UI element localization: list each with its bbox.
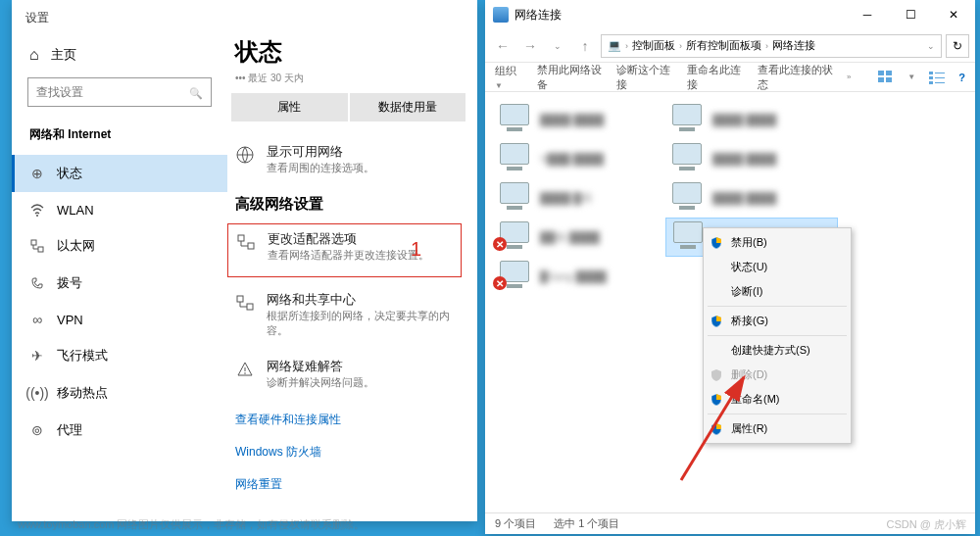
selection-count: 选中 1 个项目 — [554, 516, 619, 531]
separator — [708, 414, 847, 414]
ctx-diagnose[interactable]: 诊断(I) — [704, 279, 851, 304]
nav-status[interactable]: ⊕ 状态 — [12, 155, 227, 192]
svg-rect-15 — [935, 73, 945, 73]
item-count: 9 个项目 — [495, 516, 536, 531]
nav-vpn[interactable]: ∞ VPN — [12, 302, 227, 337]
maximize-button[interactable]: ☐ — [889, 0, 932, 29]
tool-status[interactable]: 查看此连接的状态 — [758, 63, 833, 92]
search-box[interactable] — [27, 77, 212, 107]
watermark-right: CSDN @ 虎小辉 — [887, 517, 966, 532]
adapter-item[interactable]: ████ ████ — [665, 139, 838, 178]
sharing-center-option[interactable]: 网络和共享中心 根据所连接到的网络，决定要共享的内容。 — [227, 285, 469, 352]
ctx-disable[interactable]: 禁用(B) — [704, 230, 851, 255]
breadcrumb[interactable]: 💻 › 控制面板 › 所有控制面板项 › 网络连接 ⌄ — [601, 34, 942, 58]
nav-ethernet[interactable]: 以太网 — [12, 227, 227, 265]
nav-proxy[interactable]: ⊚ 代理 — [12, 412, 227, 449]
svg-rect-12 — [878, 77, 884, 82]
toolbar: 组织 ▼ 禁用此网络设备 诊断这个连接 重命名此连接 查看此连接的状态 » ▼ … — [485, 63, 975, 92]
annotation-box-1: 更改适配器选项 查看网络适配器并更改连接设置。 1 — [227, 223, 462, 277]
svg-rect-6 — [237, 296, 243, 302]
titlebar: 网络连接 ─ ☐ ✕ — [485, 0, 975, 29]
show-networks-option[interactable]: 显示可用网络 查看周围的连接选项。 — [227, 137, 469, 189]
adapter-item[interactable]: V███ ████ — [493, 139, 665, 178]
watermark-left: www.toymoban.com 网络图片仅供展示，非存储，如有侵权请联系删除。 — [18, 517, 365, 532]
tool-organize[interactable]: 组织 ▼ — [495, 64, 523, 90]
shield-icon — [710, 315, 723, 328]
svg-rect-11 — [886, 71, 892, 75]
close-button[interactable]: ✕ — [932, 0, 975, 29]
svg-point-9 — [244, 372, 246, 374]
proxy-icon: ⊚ — [29, 422, 45, 438]
svg-rect-18 — [929, 81, 933, 84]
minimize-button[interactable]: ─ — [846, 0, 889, 29]
vpn-icon: ∞ — [29, 312, 45, 327]
nav-dialup[interactable]: 拨号 — [12, 265, 227, 302]
svg-rect-7 — [247, 304, 253, 310]
link-reset[interactable]: 网络重置 — [227, 468, 469, 501]
tool-rename[interactable]: 重命名此连接 — [687, 63, 744, 92]
troubleshoot-icon — [235, 358, 255, 377]
adapter-item[interactable]: ████ ████ — [665, 178, 838, 218]
shield-icon — [710, 393, 723, 407]
window-title: 网络连接 — [514, 7, 846, 24]
home-icon — [29, 46, 39, 64]
tool-disable[interactable]: 禁用此网络设备 — [537, 63, 603, 92]
adapter-item[interactable]: ████ █用 — [493, 178, 665, 218]
chevron-down-icon[interactable]: ⌄ — [927, 41, 935, 51]
shield-icon — [710, 422, 723, 436]
svg-rect-19 — [935, 82, 945, 83]
forward-button[interactable]: → — [518, 34, 542, 58]
status-icon: ⊕ — [29, 166, 45, 181]
ctx-status[interactable]: 状态(U) — [704, 255, 851, 279]
adapter-options[interactable]: 更改适配器选项 查看网络适配器并更改连接设置。 1 — [228, 224, 461, 276]
airplane-icon: ✈ — [29, 348, 45, 364]
globe-icon — [235, 143, 255, 163]
svg-rect-2 — [38, 247, 43, 252]
ethernet-icon — [29, 238, 45, 254]
address-bar: ← → ⌄ ↑ 💻 › 控制面板 › 所有控制面板项 › 网络连接 ⌄ ↻ — [485, 29, 975, 63]
settings-sidebar: 主页 网络和 Internet ⊕ 状态 WLAN 以太网 — [12, 36, 227, 524]
dialup-icon — [29, 275, 45, 291]
properties-button[interactable]: 属性 — [231, 93, 348, 122]
tool-diagnose[interactable]: 诊断这个连接 — [616, 63, 673, 92]
ctx-bridge[interactable]: 桥接(G) — [704, 309, 851, 333]
meta-line: ••• 最近 30 天内 — [227, 72, 469, 85]
link-hardware[interactable]: 查看硬件和连接属性 — [227, 404, 469, 436]
adapter-item[interactable]: ████ ████ — [665, 100, 838, 139]
home-nav[interactable]: 主页 — [12, 40, 227, 77]
ctx-delete: 删除(D) — [704, 363, 851, 387]
adapter-item[interactable]: ✕█Sang ████ — [493, 257, 665, 296]
nav-hotspot[interactable]: ((•)) 移动热点 — [12, 374, 227, 412]
troubleshoot-option[interactable]: 网络疑难解答 诊断并解决网络问题。 — [227, 352, 469, 404]
sharing-icon — [235, 291, 255, 311]
settings-window-title: 设置 — [12, 0, 477, 36]
adapter-item[interactable]: ████ ████ — [493, 100, 665, 139]
svg-rect-13 — [886, 77, 892, 82]
ctx-rename[interactable]: 重命名(M) — [704, 387, 851, 412]
recent-button[interactable]: ⌄ — [546, 34, 569, 58]
nav-airplane[interactable]: ✈ 飞行模式 — [12, 337, 227, 374]
advanced-heading: 高级网络设置 — [227, 189, 469, 223]
data-usage-button[interactable]: 数据使用量 — [350, 93, 466, 122]
search-input[interactable] — [36, 85, 189, 99]
separator — [708, 335, 847, 336]
svg-rect-1 — [31, 240, 36, 245]
shield-icon — [710, 368, 723, 382]
view-details-button[interactable] — [929, 71, 945, 84]
refresh-button[interactable]: ↻ — [946, 34, 969, 58]
content-pane: 状态 ••• 最近 30 天内 属性 数据使用量 显示可用网络 查看周围的连接选… — [227, 36, 477, 524]
view-icons-button[interactable] — [878, 71, 894, 84]
back-button[interactable]: ← — [491, 34, 514, 58]
toolbar-overflow[interactable]: » — [847, 73, 851, 81]
ctx-properties[interactable]: 属性(R) — [704, 416, 851, 441]
page-title: 状态 — [227, 36, 469, 72]
link-firewall[interactable]: Windows 防火墙 — [227, 436, 469, 468]
home-label: 主页 — [51, 46, 76, 64]
context-menu: 禁用(B) 状态(U) 诊断(I) 桥接(G) 创建快捷方式(S) 删除(D) … — [703, 227, 852, 444]
ctx-shortcut[interactable]: 创建快捷方式(S) — [704, 338, 851, 363]
up-button[interactable]: ↑ — [573, 34, 597, 58]
shield-icon — [710, 236, 723, 250]
adapter-item[interactable]: ✕██络 ████ — [493, 218, 665, 257]
help-button[interactable]: ? — [958, 72, 965, 83]
nav-wlan[interactable]: WLAN — [12, 192, 227, 227]
